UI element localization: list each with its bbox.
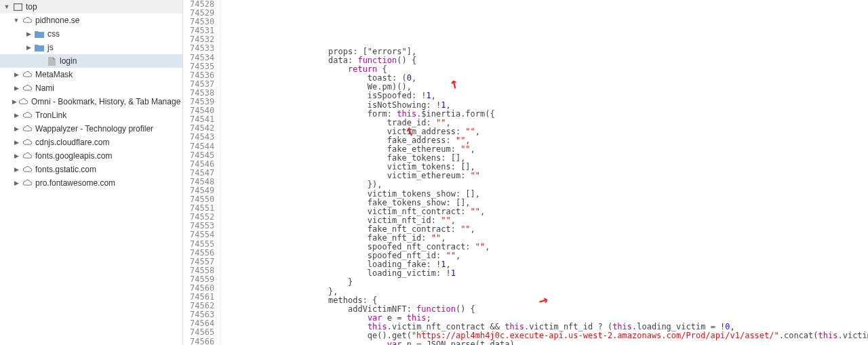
line-number: 74556	[190, 249, 214, 258]
cloud-icon	[22, 164, 33, 175]
chevron-down-icon[interactable]: ▼	[12, 16, 20, 24]
tree-item-label: TronLink	[35, 110, 66, 120]
line-number: 74543	[190, 133, 214, 142]
code-line[interactable]: isSpoofed: !1,	[220, 92, 868, 100]
code-line[interactable]: form: this.$inertia.form({	[220, 110, 868, 119]
frame-icon	[12, 1, 23, 12]
line-number: 74546	[190, 160, 214, 169]
tree-item-label: fonts.googleapis.com	[35, 151, 112, 161]
line-number: 74558	[190, 266, 214, 275]
line-number: 74533	[190, 44, 214, 53]
line-number: 74535	[190, 62, 214, 71]
chevron-down-icon[interactable]: ▼	[3, 3, 11, 11]
tree-item-fonts-gstatic-com[interactable]: ▶fonts.gstatic.com	[0, 163, 182, 176]
tree-item-omni-bookmark-history-tab-manage[interactable]: ▶Omni - Bookmark, History, & Tab Manage	[0, 95, 182, 108]
code-editor[interactable]: 7452874529745307453174532745337453474535…	[183, 0, 868, 345]
cloud-icon	[22, 110, 33, 121]
line-number: 74555	[190, 240, 214, 249]
cloud-icon	[18, 96, 28, 107]
tree-item-nami[interactable]: ▶Nami	[0, 81, 182, 95]
cloud-icon	[22, 83, 33, 94]
chevron-right-icon[interactable]: ▶	[12, 111, 20, 119]
line-number: 74545	[190, 151, 214, 160]
tree-item-tronlink[interactable]: ▶TronLink	[0, 108, 182, 122]
tree-item-label: Omni - Bookmark, History, & Tab Manage	[31, 97, 180, 106]
file-icon	[46, 56, 57, 66]
line-number: 74565	[190, 328, 214, 337]
code-line[interactable]: methods: {	[220, 296, 868, 305]
tree-item-label: MetaMask	[35, 70, 73, 79]
line-number: 74557	[190, 258, 214, 266]
tree-item-wappalyzer-technology-profiler[interactable]: ▶Wappalyzer - Technology profiler	[0, 122, 182, 136]
tree-item-label: top	[26, 2, 37, 12]
chevron-right-icon[interactable]: ▶	[24, 43, 33, 52]
chevron-right-icon[interactable]: ▶	[12, 98, 17, 106]
tree-item-metamask[interactable]: ▶MetaMask	[0, 68, 182, 81]
tree-item-pro-fontawesome-com[interactable]: ▶pro.fontawesome.com	[0, 176, 182, 190]
code-line[interactable]: },	[220, 287, 868, 296]
code-line[interactable]: isNotShowing: !1,	[220, 101, 868, 110]
folder-icon	[34, 28, 45, 39]
code-line[interactable]: }),	[220, 180, 868, 189]
chevron-right-icon[interactable]: ▶	[12, 84, 20, 92]
tree-item-login[interactable]: login	[0, 54, 182, 68]
chevron-right-icon[interactable]: ▶	[12, 138, 20, 146]
tree-item-label: Nami	[35, 83, 54, 93]
line-number: 74554	[190, 230, 214, 239]
tree-item-label: login	[60, 56, 77, 66]
code-line[interactable]: victim_tokens_show: [],	[220, 190, 868, 199]
tree-item-css[interactable]: ▶css	[0, 27, 182, 41]
tree-item-label: pidhnone.se	[35, 16, 79, 25]
tree-item-fonts-googleapis-com[interactable]: ▶fonts.googleapis.com	[0, 149, 182, 163]
code-line[interactable]: addVictimNFT: function() {	[220, 305, 868, 314]
chevron-right-icon[interactable]: ▶	[12, 70, 20, 79]
line-number: 74547	[190, 169, 214, 178]
cloud-icon	[22, 123, 33, 134]
cloud-icon	[22, 150, 33, 161]
cloud-icon	[22, 15, 33, 26]
tree-item-label: cdnjs.cloudflare.com	[35, 138, 109, 147]
line-gutter: 7452874529745307453174532745337453474535…	[183, 0, 220, 345]
code-line[interactable]: trade_id: "",	[220, 119, 868, 127]
code-line[interactable]: fake_tokens_show: [],	[220, 199, 868, 207]
code-line[interactable]: var n = JSON.parse(t.data)	[220, 340, 868, 345]
tree-item-pidhnone-se[interactable]: ▼pidhnone.se	[0, 14, 182, 27]
code-line[interactable]: }	[220, 278, 868, 287]
tree-item-label: Wappalyzer - Technology profiler	[35, 124, 153, 134]
tree-item-cdnjs-cloudflare-com[interactable]: ▶cdnjs.cloudflare.com	[0, 136, 182, 149]
chevron-right-icon[interactable]: ▶	[12, 125, 20, 133]
code-line[interactable]: victim_nft_id: "",	[220, 216, 868, 225]
line-number: 74566	[190, 338, 214, 345]
cloud-icon	[22, 137, 33, 148]
code-line[interactable]: var e = this;	[220, 314, 868, 323]
tree-item-label: fonts.gstatic.com	[35, 165, 96, 174]
tree-item-label: css	[47, 29, 60, 39]
tree-item-label: js	[47, 43, 54, 52]
line-number: 74544	[190, 142, 214, 151]
tree-item-label: pro.fontawesome.com	[35, 178, 115, 188]
code-line[interactable]: victim_nft_contract: "",	[220, 207, 868, 216]
sources-sidebar[interactable]: ▼top▼pidhnone.se▶css▶jslogin▶MetaMask▶Na…	[0, 0, 183, 345]
code-line[interactable]: fake_nft_contract: "",	[220, 225, 868, 234]
tree-item-js[interactable]: ▶js	[0, 41, 182, 54]
line-number: 74537	[190, 80, 214, 89]
devtools-window: ▼top▼pidhnone.se▶css▶jslogin▶MetaMask▶Na…	[0, 0, 868, 345]
svg-rect-0	[14, 3, 22, 10]
cloud-icon	[22, 69, 33, 80]
cloud-icon	[22, 178, 33, 188]
code-content[interactable]: ↘ ↘ ↘ props: ["errors"], data: function(…	[220, 0, 868, 345]
folder-icon	[34, 42, 45, 53]
line-number: 74536	[190, 71, 214, 80]
code-line[interactable]: victim_address: "",	[220, 127, 868, 136]
tree-item-top[interactable]: ▼top	[0, 0, 182, 14]
line-number: 74534	[190, 54, 214, 62]
chevron-right-icon[interactable]: ▶	[24, 30, 33, 38]
chevron-right-icon[interactable]: ▶	[12, 179, 20, 187]
chevron-right-icon[interactable]: ▶	[12, 152, 20, 160]
chevron-right-icon[interactable]: ▶	[12, 165, 20, 174]
line-number: 74548	[190, 178, 214, 186]
